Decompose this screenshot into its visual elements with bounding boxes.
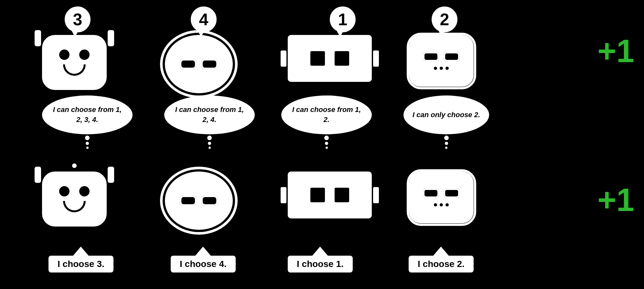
eye-left [59, 186, 70, 196]
eye-right [335, 51, 349, 66]
choice-3-container: I choose 1. [288, 247, 353, 272]
choice-arrow-4 [433, 247, 449, 256]
eye-left [310, 188, 325, 202]
choice-arrow-2 [195, 247, 211, 256]
thought-dot [209, 147, 211, 149]
thought-dots-4 [444, 136, 449, 149]
thought-dots-3 [324, 136, 329, 149]
thought-column-1: I can choose from 1, 2, 3, 4. [42, 95, 133, 150]
robot-1-bottom [42, 172, 107, 227]
thought-column-4: I can only choose 2. [403, 95, 489, 150]
choice-1-container: I choose 3. [48, 247, 113, 272]
antenna-dot [72, 163, 77, 168]
ear-right [373, 50, 379, 67]
thought-dot [207, 136, 212, 140]
robot-column-2-bottom [165, 172, 233, 230]
robot-column-2: 4 [165, 6, 233, 93]
eye-left [59, 50, 70, 60]
ear-left [281, 187, 286, 203]
thought-dot [444, 136, 449, 140]
speech-bubble-4: 4 [191, 6, 217, 32]
ear-left [281, 50, 286, 67]
thought-dot [445, 142, 448, 145]
robot-2-bottom [165, 172, 233, 230]
ear-right [108, 30, 114, 46]
ear-left [35, 167, 41, 183]
choice-arrow-3 [312, 247, 328, 256]
robot-3-top [288, 35, 372, 82]
eye-right [79, 186, 90, 196]
thought-bubble-4: I can only choose 2. [403, 95, 489, 134]
eye-left [310, 51, 325, 66]
choice-label-3: I choose 1. [288, 256, 353, 272]
main-scene: 3 4 [0, 0, 644, 289]
choice-4-container: I choose 2. [409, 247, 474, 272]
mouth [63, 201, 86, 212]
speech-bubble-3: 3 [65, 6, 91, 32]
antenna-dot [72, 27, 77, 31]
robot-4-bottom [409, 172, 474, 223]
speech-bubble-2: 2 [432, 6, 457, 32]
robot-column-3: 1 [288, 6, 372, 82]
thought-column-2: I can choose from 1, 2, 4. [164, 95, 255, 150]
speech-bubble-1: 1 [330, 6, 356, 32]
choice-label-1: I choose 3. [48, 256, 113, 272]
thought-dot [208, 142, 211, 145]
robot-2-top [165, 35, 233, 93]
choice-label-4: I choose 2. [409, 256, 474, 272]
thought-dot [86, 147, 89, 149]
thought-bubble-2: I can choose from 1, 2, 4. [164, 95, 255, 134]
ear-right [373, 187, 379, 203]
thought-dots-1 [85, 136, 90, 149]
thought-bubble-3: I can choose from 1, 2. [281, 95, 372, 134]
plus-one-bottom: +1 [597, 181, 634, 218]
thought-dot [326, 147, 328, 149]
robot-column-1-bottom [42, 172, 107, 227]
robot-3-bottom [288, 172, 372, 218]
thought-dot [85, 136, 90, 140]
robot-column-3-bottom [288, 172, 372, 218]
eyes [59, 50, 90, 60]
thought-dot [324, 136, 329, 140]
outer-ring [407, 169, 476, 226]
thought-bubble-1: I can choose from 1, 2, 3, 4. [42, 95, 133, 134]
outer-ring [407, 33, 476, 89]
eyes [59, 186, 90, 196]
outer-ring [160, 30, 238, 98]
thought-dots-2 [207, 136, 212, 149]
thought-dot [445, 147, 447, 149]
thought-column-3: I can choose from 1, 2. [281, 95, 372, 150]
robot-column-4: 2 [409, 6, 474, 87]
mouth [63, 64, 86, 76]
robot-4-top [409, 35, 474, 87]
eye-right [335, 188, 349, 202]
choice-label-2: I choose 4. [171, 256, 236, 272]
choice-arrow-1 [73, 247, 89, 256]
thought-dot [86, 142, 89, 145]
outer-ring [160, 167, 238, 235]
robot-1-top [42, 35, 107, 90]
choice-2-container: I choose 4. [171, 247, 236, 272]
ear-left [35, 30, 41, 46]
thought-dot [325, 142, 328, 145]
eye-right [79, 50, 90, 60]
robot-column-1: 3 [42, 6, 107, 90]
robot-column-4-bottom [409, 172, 474, 223]
ear-right [108, 167, 114, 183]
plus-one-top: +1 [597, 32, 634, 70]
